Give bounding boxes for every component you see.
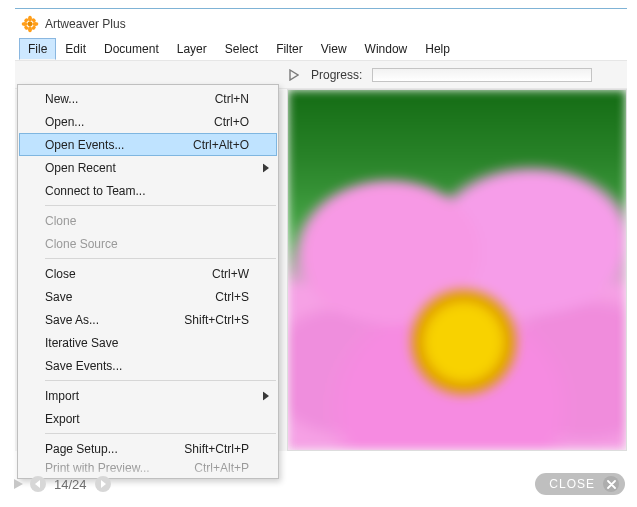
next-step-button[interactable]: [95, 476, 111, 492]
file-open-events[interactable]: Open Events... Ctrl+Alt+O: [19, 133, 277, 156]
close-icon: [603, 476, 619, 492]
svg-point-0: [28, 21, 33, 26]
menu-document[interactable]: Document: [95, 38, 168, 60]
file-save[interactable]: Save Ctrl+S: [19, 285, 277, 308]
file-new[interactable]: New... Ctrl+N: [19, 87, 277, 110]
menu-separator: [45, 380, 276, 381]
svg-marker-9: [290, 70, 298, 80]
file-save-as[interactable]: Save As... Shift+Ctrl+S: [19, 308, 277, 331]
svg-marker-12: [14, 479, 23, 489]
menu-view[interactable]: View: [312, 38, 356, 60]
chevron-right-icon: [262, 163, 269, 172]
menubar: File Edit Document Layer Select Filter V…: [15, 38, 627, 61]
close-button[interactable]: CLOSE: [535, 473, 625, 495]
menu-separator: [45, 205, 276, 206]
canvas[interactable]: [287, 89, 627, 451]
app-icon: [21, 15, 39, 33]
file-close[interactable]: Close Ctrl+W: [19, 262, 277, 285]
tutorial-footer: 14/24 CLOSE: [12, 469, 625, 499]
page-indicator: 14/24: [54, 477, 87, 492]
file-import[interactable]: Import: [19, 384, 277, 407]
play-icon[interactable]: [12, 478, 24, 490]
svg-marker-13: [35, 480, 40, 488]
menu-filter[interactable]: Filter: [267, 38, 312, 60]
progress-bar: [372, 68, 592, 82]
prev-step-button[interactable]: [30, 476, 46, 492]
titlebar: Artweaver Plus: [15, 8, 627, 38]
file-page-setup[interactable]: Page Setup... Shift+Ctrl+P: [19, 437, 277, 460]
menu-separator: [45, 258, 276, 259]
menu-select[interactable]: Select: [216, 38, 267, 60]
menu-help[interactable]: Help: [416, 38, 459, 60]
file-open-recent[interactable]: Open Recent: [19, 156, 277, 179]
menu-layer[interactable]: Layer: [168, 38, 216, 60]
svg-point-2: [28, 26, 32, 32]
file-export[interactable]: Export: [19, 407, 277, 430]
workarea: Progress: New... Ctrl+N Open... Ctrl+O O…: [15, 61, 627, 451]
svg-point-1: [28, 15, 32, 21]
app-window: Artweaver Plus File Edit Document Layer …: [15, 8, 627, 451]
file-save-events[interactable]: Save Events...: [19, 354, 277, 377]
svg-marker-11: [263, 391, 269, 400]
file-menu-dropdown: New... Ctrl+N Open... Ctrl+O Open Events…: [17, 84, 279, 479]
menu-edit[interactable]: Edit: [56, 38, 95, 60]
app-title: Artweaver Plus: [45, 17, 126, 31]
svg-point-4: [32, 22, 38, 26]
file-connect-team[interactable]: Connect to Team...: [19, 179, 277, 202]
chevron-right-icon: [262, 391, 269, 400]
file-clone-source: Clone Source: [19, 232, 277, 255]
menu-separator: [45, 433, 276, 434]
file-open[interactable]: Open... Ctrl+O: [19, 110, 277, 133]
file-iterative-save[interactable]: Iterative Save: [19, 331, 277, 354]
close-label: CLOSE: [549, 477, 595, 491]
svg-marker-10: [263, 163, 269, 172]
svg-marker-14: [101, 480, 106, 488]
menu-window[interactable]: Window: [356, 38, 417, 60]
play-events-icon[interactable]: [287, 68, 301, 82]
file-clone: Clone: [19, 209, 277, 232]
painting-flower: [288, 90, 626, 450]
menu-file[interactable]: File: [19, 38, 56, 60]
progress-label: Progress:: [311, 68, 362, 82]
svg-point-3: [22, 22, 28, 26]
